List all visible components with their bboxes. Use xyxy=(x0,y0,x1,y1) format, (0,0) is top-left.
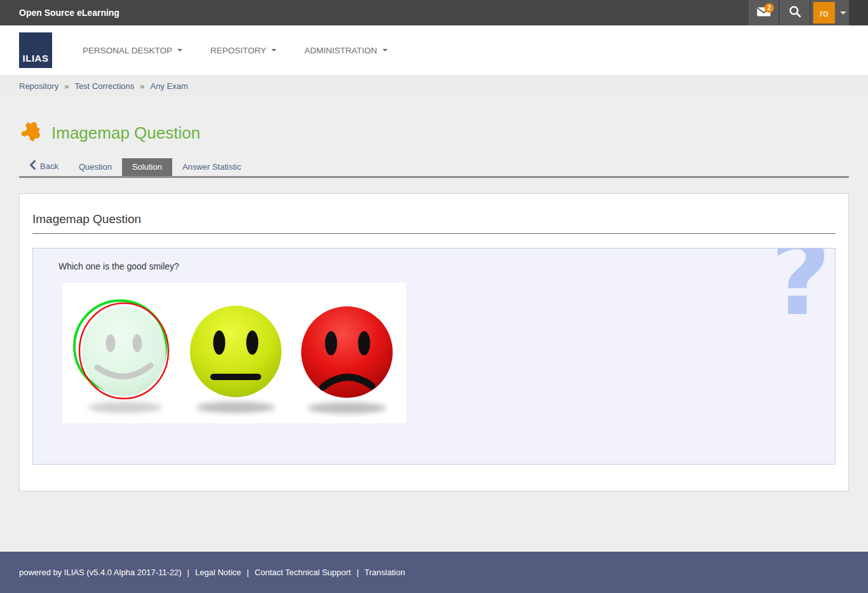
user-menu-button[interactable]: ro xyxy=(811,0,849,25)
imagemap-image[interactable] xyxy=(62,283,406,423)
question-box: ? Which one is the good smiley? xyxy=(32,248,836,465)
breadcrumb-any-exam[interactable]: Any Exam xyxy=(151,81,188,91)
search-icon xyxy=(789,5,801,20)
nav-item-personal-desktop[interactable]: PERSONAL DESKTOP xyxy=(83,46,182,55)
topbar-actions: 2 ro xyxy=(747,0,868,25)
smiley-neutral xyxy=(190,306,281,397)
user-avatar: ro xyxy=(813,2,835,24)
breadcrumb-separator: » xyxy=(64,81,69,91)
tab-bar: Back Question Solution Answer Statistic xyxy=(19,156,849,178)
powered-by-text: powered by ILIAS (v5.4.0 Alpha 2017-11-2… xyxy=(19,568,182,577)
smiley-sad xyxy=(301,306,393,398)
main-navbar: ILIAS PERSONAL DESKTOP REPOSITORY ADMINI… xyxy=(0,25,868,75)
smiley-happy-faded xyxy=(74,301,168,399)
panel-heading: Imagemap Question xyxy=(32,212,836,234)
caret-down-icon xyxy=(840,11,846,15)
site-title: Open Source eLearning xyxy=(0,0,119,25)
search-button[interactable] xyxy=(780,0,810,25)
page-header: Imagemap Question xyxy=(19,119,849,146)
caret-down-icon xyxy=(383,49,388,51)
tab-answer-statistic[interactable]: Answer Statistic xyxy=(172,158,251,176)
nav-item-label: ADMINISTRATION xyxy=(304,46,377,55)
question-text: Which one is the good smiley? xyxy=(58,261,179,271)
nav-item-administration[interactable]: ADMINISTRATION xyxy=(304,46,388,55)
footer-separator: | xyxy=(187,568,189,577)
mail-badge: 2 xyxy=(764,3,774,13)
chevron-left-icon xyxy=(29,160,36,172)
footer-separator: | xyxy=(356,568,358,577)
caret-down-icon xyxy=(271,49,276,51)
topbar-end-cap xyxy=(849,0,868,25)
caret-down-icon xyxy=(177,49,182,51)
content-panel: Imagemap Question ? Which one is the goo… xyxy=(19,193,849,491)
topbar: Open Source eLearning 2 ro xyxy=(0,0,868,25)
main-content: Imagemap Question Back Question Solution… xyxy=(0,97,868,552)
tab-question[interactable]: Question xyxy=(69,158,122,176)
footer-link-legal-notice[interactable]: Legal Notice xyxy=(195,568,241,577)
breadcrumb-separator: » xyxy=(140,81,144,91)
mail-button[interactable]: 2 xyxy=(749,0,778,25)
back-button[interactable]: Back xyxy=(19,156,69,176)
nav-item-label: REPOSITORY xyxy=(210,46,266,55)
nav-item-label: PERSONAL DESKTOP xyxy=(83,46,172,55)
ilias-logo[interactable]: ILIAS xyxy=(19,32,52,68)
page-title: Imagemap Question xyxy=(51,123,200,143)
footer-link-contact-support[interactable]: Contact Technical Support xyxy=(255,568,351,577)
breadcrumb: Repository » Test Corrections » Any Exam xyxy=(0,75,868,97)
footer-separator: | xyxy=(247,568,248,577)
nav-item-repository[interactable]: REPOSITORY xyxy=(210,46,276,55)
footer: powered by ILIAS (v5.4.0 Alpha 2017-11-2… xyxy=(0,552,868,593)
question-mark-watermark: ? xyxy=(770,248,831,331)
puzzle-piece-icon xyxy=(19,119,43,146)
tab-solution[interactable]: Solution xyxy=(122,158,172,176)
footer-link-translation[interactable]: Translation xyxy=(365,568,405,577)
breadcrumb-test-corrections[interactable]: Test Corrections xyxy=(74,81,134,91)
back-label: Back xyxy=(40,161,58,171)
breadcrumb-repository[interactable]: Repository xyxy=(19,81,58,91)
